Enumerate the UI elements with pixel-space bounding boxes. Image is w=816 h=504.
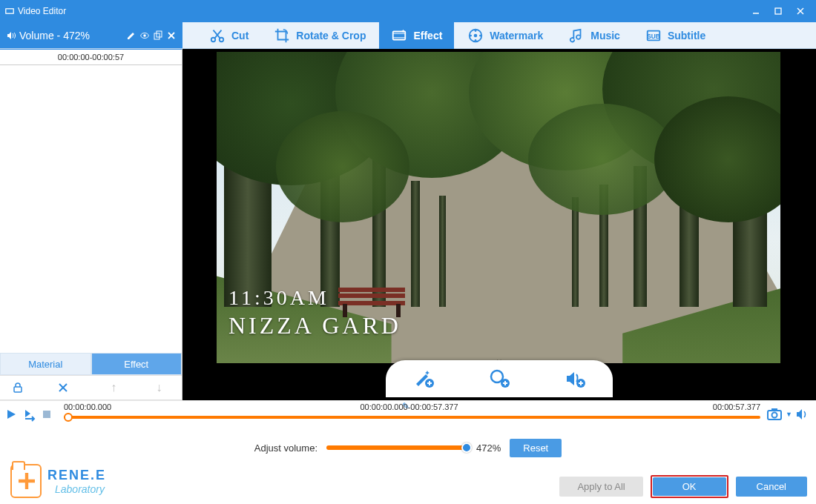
video-frame[interactable]: 11:30AM NIZZA GARD — [217, 52, 780, 363]
volume-label: Volume - 472% — [19, 30, 90, 42]
overlay-place-text: NIZZA GARD — [228, 312, 401, 339]
tab-label: Watermark — [490, 30, 543, 42]
svg-point-20 — [475, 39, 477, 42]
svg-point-19 — [475, 30, 477, 32]
preview-float-toolbar — [386, 360, 613, 397]
effect-icon — [391, 27, 407, 44]
play-button[interactable] — [4, 408, 18, 421]
tool-tabs: Cut Rotate & Crop Effect Watermark Music… — [182, 22, 816, 48]
tab-subtitle[interactable]: SUB Subtitle — [634, 22, 717, 49]
stop-button[interactable] — [42, 409, 52, 420]
watermark-icon — [467, 27, 484, 44]
timeline-track-area[interactable]: 00:00:00.000 ✎ 00:00:00.000-00:00:57.377… — [56, 401, 762, 428]
snapshot-button[interactable] — [766, 407, 783, 422]
dropdown-caret-icon[interactable]: ▼ — [786, 411, 792, 418]
speaker-icon — [6, 30, 16, 41]
sidebar-tab-material[interactable]: Material — [0, 353, 91, 375]
toolbar-row: Volume - 472% Cut Rotate & Crop Effect W… — [0, 22, 816, 49]
brand-icon — [10, 464, 42, 498]
tab-music[interactable]: Music — [556, 22, 632, 49]
crop-icon — [274, 27, 290, 44]
svg-point-18 — [474, 33, 478, 37]
sidebar-body — [0, 65, 182, 353]
brand-name: RENE.E — [47, 468, 106, 483]
window-close-button[interactable] — [789, 0, 812, 22]
tab-label: Cut — [231, 30, 249, 42]
delete-icon[interactable] — [57, 382, 79, 394]
sidebar-tab-effect[interactable]: Effect — [91, 353, 182, 375]
preview-speaker-button[interactable] — [795, 408, 809, 421]
svg-point-21 — [470, 34, 473, 36]
svg-point-29 — [491, 371, 503, 382]
volume-bar: Volume - 472% — [0, 22, 182, 48]
tab-cut[interactable]: Cut — [197, 22, 260, 49]
timeline-handle[interactable] — [64, 413, 73, 422]
window-minimize-button[interactable] — [745, 0, 767, 22]
sidebar-ops: ↑ ↓ — [0, 375, 182, 400]
tab-rotate-crop[interactable]: Rotate & Crop — [262, 22, 378, 49]
timeline-range: 00:00:00.000-00:00:57.377 — [360, 402, 458, 411]
overlay-time-text: 11:30AM — [228, 286, 329, 310]
panel-close-icon[interactable] — [166, 30, 177, 41]
tab-label: Music — [590, 30, 620, 42]
timeline-end-time: 00:00:57.377 — [713, 402, 760, 411]
sidebar: 00:00:00-00:00:57 Material Effect ↑ ↓ — [0, 49, 182, 400]
svg-rect-14 — [393, 31, 406, 39]
window-maximize-button[interactable] — [767, 0, 789, 22]
music-icon — [568, 27, 585, 44]
scissors-icon — [209, 27, 226, 44]
tab-effect[interactable]: Effect — [379, 22, 454, 49]
timeline-track[interactable] — [64, 416, 760, 419]
svg-rect-1 — [7, 10, 13, 13]
titlebar: Video Editor — [0, 0, 816, 22]
wand-add-button[interactable] — [412, 368, 435, 390]
svg-rect-3 — [775, 8, 781, 14]
app-icon — [4, 6, 15, 16]
brand: RENE.E Laboratory — [10, 464, 106, 498]
svg-point-7 — [143, 34, 146, 37]
lock-icon[interactable] — [12, 382, 34, 394]
sidebar-tabs: Material Effect — [0, 353, 182, 375]
move-down-icon: ↓ — [148, 381, 170, 394]
edit-icon[interactable] — [126, 30, 136, 41]
tab-label: Rotate & Crop — [296, 30, 366, 42]
cancel-button[interactable]: Cancel — [736, 477, 807, 497]
clip-range[interactable]: 00:00:00-00:00:57 — [0, 49, 182, 65]
main-area: 00:00:00-00:00:57 Material Effect ↑ ↓ — [0, 49, 816, 400]
move-up-icon: ↑ — [102, 381, 125, 394]
eye-icon[interactable] — [139, 30, 150, 41]
brand-subtitle: Laboratory — [55, 483, 106, 495]
timeline: 00:00:00.000 ✎ 00:00:00.000-00:00:57.377… — [0, 400, 816, 427]
svg-rect-36 — [771, 408, 777, 411]
window-title: Video Editor — [18, 6, 66, 16]
tab-label: Effect — [413, 30, 442, 42]
preview-pane: 11:30AM NIZZA GARD ⌄ — [182, 49, 816, 400]
zoom-add-button[interactable] — [488, 368, 510, 390]
footer: RENE.E Laboratory Apply to All OK Cancel — [0, 446, 816, 504]
tab-watermark[interactable]: Watermark — [455, 22, 555, 49]
ok-highlight: OK — [651, 475, 728, 498]
timeline-start-time: 00:00:00.000 — [64, 402, 111, 411]
subtitle-icon: SUB — [645, 27, 662, 44]
svg-point-22 — [479, 34, 481, 36]
svg-point-35 — [772, 412, 777, 417]
tab-label: Subtitle — [668, 30, 705, 42]
svg-rect-25 — [14, 387, 22, 392]
copy-icon[interactable] — [153, 30, 163, 41]
svg-rect-33 — [43, 411, 50, 418]
apply-to-all-button[interactable]: Apply to All — [559, 477, 642, 497]
svg-text:SUB: SUB — [647, 33, 659, 39]
step-button[interactable] — [22, 407, 37, 422]
speaker-add-button[interactable] — [564, 368, 586, 390]
ok-button[interactable]: OK — [653, 477, 726, 496]
